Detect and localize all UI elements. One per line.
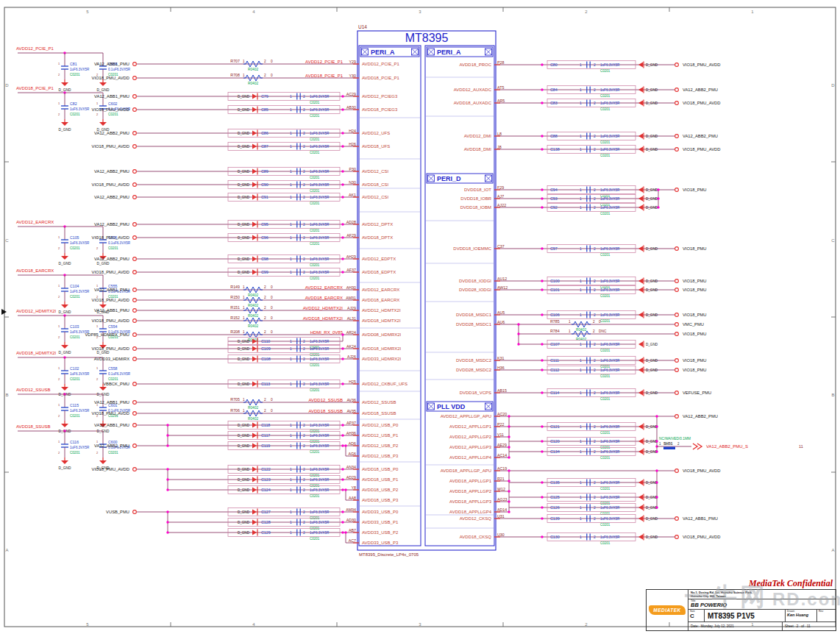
chip-pin-AW12[interactable]: AW12DVDD28_IODGI xyxy=(459,285,508,293)
component-row-C93[interactable]: C93121uF6.3VX5RC0201D_GND xyxy=(494,195,658,207)
component-row-C123[interactable]: D_GNDC123121uF6.3VX5RC0201 xyxy=(168,476,359,488)
component-row-C98[interactable]: VA12_ABB2_PMUD_GNDC98121uF6.3VX5RC0201 xyxy=(94,255,359,267)
chip-pin-Y30[interactable]: Y30AVDD18_PCIE_P1 xyxy=(349,74,400,81)
component-row-C90[interactable]: VIO18_PMU_AVDDD_GNDC90121uF6.3VX5RC0201 xyxy=(92,181,359,193)
chip-pin-AR5[interactable]: AR5AVDD18_AUXADC xyxy=(454,99,505,106)
chip-pin-AC20[interactable]: AC20AVDD12_APPLLGP_APU xyxy=(441,412,508,419)
chip-pin-Y29[interactable]: Y29AVDD12_PCIE_P1 xyxy=(349,60,400,67)
component-row-C99[interactable]: VIO18_PMU_AVDDD_GNDC99121uF6.3VX5RC0201 xyxy=(92,268,359,280)
chip-pin-AG6[interactable]: AG6AVDD12_USB_P3 xyxy=(348,452,399,459)
component-row-VIO18_PMU_AVDD[interactable]: VIO18_PMU_AVDD xyxy=(509,469,720,473)
component-row-C128[interactable]: D_GNDC128121uF6.3VX5RC0201 xyxy=(168,519,359,530)
component-row-C134[interactable]: C134121uF6.3VX5RC0201D_GND xyxy=(509,448,658,460)
chip-pin-U30[interactable]: U30AVDD18_CKSQ xyxy=(460,533,505,540)
chip-pin-AC14[interactable]: AC14AVDD12_APPLLGP4 xyxy=(449,453,507,460)
decap-group-AVDD12_PCIE_P1[interactable]: AVDD12_PCIE_P112D_GNDC811uF6.3VX5RC02011… xyxy=(16,46,131,92)
chip-pin-AC7[interactable]: AC7AVDD33_USB_P3 xyxy=(349,538,399,546)
chip-pin-H36[interactable]: H36DVDD28_MSDC2 xyxy=(456,366,505,373)
chip-pin-AJ22[interactable]: AJ22DVDD18_IOBM xyxy=(460,203,506,210)
chip-pin-AA8[interactable]: AA8AVDD18_USB_P3 xyxy=(349,496,399,503)
capacitor-C600[interactable]: 12D_GNDC6000.1uF6.3VX5RC0201 xyxy=(96,431,131,470)
component-row-C92[interactable]: C92121uF6.3VX5RC0201D_GND xyxy=(494,204,658,216)
capacitor-C82[interactable]: 12D_GNDC821uF6.3VX5RC0201 xyxy=(58,93,90,132)
chip-pin-H26[interactable]: H26AVDD18_UFS xyxy=(349,142,390,149)
component-row-C86[interactable]: VA12_ABB2_PMUD_GNDC86121uF6.3VX5RC0201 xyxy=(94,129,359,141)
chip-pin-AU12[interactable]: AU12DVDD18_IODGI xyxy=(459,277,507,284)
component-row-C118[interactable]: VA12_ABB1_PMUD_GNDC118121uF6.3VX5RC0201 xyxy=(94,421,359,433)
component-row-C135[interactable]: C135121uF6.3VX5RC0201D_GND xyxy=(509,479,658,491)
component-row-C124[interactable]: D_GNDC124121uF6.3VX5RC0201 xyxy=(168,486,359,498)
component-row-C120[interactable]: C120121uF6.3VX5RC0201D_GND xyxy=(509,438,658,449)
chip-pin-AL31[interactable]: AL31AVDD18_HDMTX2I xyxy=(347,316,401,324)
chip-pin-AF37[interactable]: AF37AVDD18_EDPTX xyxy=(346,268,396,275)
chip-pin-R21[interactable]: R21AVDD18_APPLLGP1 xyxy=(449,477,505,484)
chip-pin-P28[interactable]: P28AVDD18_PROC xyxy=(459,60,504,68)
component-row-C139[interactable]: C139121uF6.3VX5RC0201D_GNDVA12_ABB1_PMU xyxy=(494,515,718,527)
component-row-C127[interactable]: VUSB_PMUD_GNDC127121uF6.3VX5RC0201 xyxy=(106,508,359,520)
chip-pin-AH36[interactable]: AH36AVDD12_USB_P1 xyxy=(346,431,399,438)
component-row-R785[interactable]: R785120R0402VMC_PMU xyxy=(519,319,704,332)
component-row-R707[interactable]: VA12_ABB1_PMUR707120R0402AVDD12_PCIE_P1 xyxy=(94,59,359,72)
chip-pin-AD28[interactable]: AD28AVDD12_DPTX xyxy=(346,220,394,227)
jumper-SH51[interactable]: 1SH512NC/WAIVED/0.1MMVA12_ABB2_PMU_S11 xyxy=(657,437,803,449)
chip-pin-AE29[interactable]: AE29AVDD12_APPLLGP3 xyxy=(449,443,507,450)
chip-pin-AU5[interactable]: AU5DVDD18_MSDC1 xyxy=(456,310,505,318)
chip-mt8395[interactable]: U14MT8395MT8395_Discrete_LP4x_0705PERI_A… xyxy=(346,24,508,557)
chip-pin-AB30[interactable]: AB30AVDD18_PCIEG3 xyxy=(346,105,398,113)
component-row-C88[interactable]: C88121uF6.3VX5RC0201D_GNDVA12_ABB2_PMU xyxy=(494,132,718,144)
component-row-C94[interactable]: C94121uF6.3VX5RC0201D_GNDVIO18_PMU xyxy=(494,186,707,198)
component-row-C125[interactable]: C125121uF6.3VX5RC0201D_GND xyxy=(509,494,658,505)
chip-pin-AM31[interactable]: AM31AVDD18_EARCRX xyxy=(346,296,399,303)
chip-pin-AD29[interactable]: AD29AVDD18_USB_P1 xyxy=(346,475,399,482)
component-row-C97[interactable]: C97121uF6.3VX5RC0201D_GNDVIO18_PMU xyxy=(494,245,707,257)
chip-pin-AD6[interactable]: AD6AVDD12_USB_P2 xyxy=(349,441,399,449)
chip-pin-AR24[interactable]: AR24AVDD08_HDMRX2I xyxy=(346,330,402,338)
chip-pin-H24[interactable]: H24AVDD12_UFS xyxy=(349,129,390,136)
chip-pin-AD30[interactable]: AD30AVDD33_USB_P1 xyxy=(346,518,399,525)
chip-pin-AB7[interactable]: AB7AVDD33_USB_P2 xyxy=(349,528,399,535)
component-row-C122[interactable]: VIO18_PMU_AVDDD_GNDC122121uF6.3VX5RC0201 xyxy=(92,466,359,477)
component-row-C95[interactable]: VA12_ABB2_PMUD_GNDC95121uF6.3VX5RC0201 xyxy=(94,221,359,232)
chip-pin-AN34[interactable]: AN34AVDD18_USB_P0 xyxy=(346,465,399,472)
chip-pin-C37[interactable]: C37DVDD18_IOEMMC xyxy=(453,244,504,252)
component-row-C121[interactable]: C121121uF6.3VX5RC0201D_GND xyxy=(509,423,658,435)
capacitor-C116[interactable]: 12D_GNDC1161uF6.3VX5RC0201 xyxy=(58,431,90,470)
component-row-R784[interactable]: R78412DNCR0402VIO18_PMU xyxy=(519,329,707,342)
chip-pin-AU6[interactable]: AU6DVDD28_MSDC1 xyxy=(456,320,505,327)
component-row-C119[interactable]: VA12_ABB2_PMUD_GNDC119121uF6.3VX5RC0201 xyxy=(94,442,359,454)
component-row-R708[interactable]: VIO18_PMU_AVDDR708120R0402AVDD18_PCIE_P1 xyxy=(92,73,359,86)
component-row-C96[interactable]: VIO18_PMU_AVDDD_GNDC96121uF6.3VX5RC0201 xyxy=(92,234,359,246)
component-row-VA12_ABB2_PMU[interactable]: VA12_ABB2_PMU xyxy=(509,414,718,418)
component-row-C79[interactable]: VA12_ABB1_PMUD_GNDC79121uF6.3VX5RC0201 xyxy=(94,93,359,104)
component-row-C87[interactable]: VIO18_PMU_AVDDD_GNDC87121uF6.3VX5RC0201 xyxy=(92,143,359,154)
component-row-C113[interactable]: VBBCK_PMUD_GNDC113121uF6.3VX5RC0201 xyxy=(103,380,359,392)
component-row-C129[interactable]: D_GNDC129121uF6.3VX5RC0201 xyxy=(168,529,359,541)
component-row-C130[interactable]: C130121uF6.3VX5RC0201D_GNDVIO18_PMU_AVDD xyxy=(494,533,720,545)
capacitor-C558[interactable]: 12D_GNDC5580.1uF6.3VX5RC0201 xyxy=(96,357,131,396)
chip-pin-AC19[interactable]: AC19AVDD18_APPLLGP_APU xyxy=(441,466,508,474)
chip-pin-K31[interactable]: K31DVDD18_MSDC2 xyxy=(456,356,504,363)
chip-pin-AV35[interactable]: AV35AVDD18_SSUSB xyxy=(346,409,396,416)
capacitor-C115[interactable]: 12D_GNDC1151uF6.3VX5RC0201 xyxy=(58,394,90,433)
component-row-C111[interactable]: C111121uF6.3VX5RC0201D_GNDVIO18_PMU xyxy=(494,357,707,368)
component-row-R706[interactable]: VIO18_PMU_AVDDR706120R0402AVDD18_SSUSB xyxy=(92,408,359,421)
chip-pin-AJ29[interactable]: AJ29AVDD12_HDMTX2I xyxy=(347,306,401,313)
component-row-C114[interactable]: C114121uF6.3VX5RC0201D_GNDVEFUSE_PMU xyxy=(494,389,711,401)
component-row-C108[interactable]: AVDD33_HDMIRXD_GNDC108121uF6.3VX5RC0201 xyxy=(94,355,359,367)
capacitor-C81[interactable]: 12D_GNDC811uF6.3VX5RC0201 xyxy=(58,53,90,92)
chip-pin-P30[interactable]: P30AVDD12_CSI xyxy=(349,167,389,174)
capacitor-C102[interactable]: 12D_GNDC1021uF6.3VX5RC0201 xyxy=(58,357,90,396)
chip-pin-AP37[interactable]: AP37AVDD12_USB_P0 xyxy=(346,421,399,428)
component-row-C83[interactable]: C83121uF6.3VX5RC0201D_GNDVIO18_PMU_AVDD xyxy=(494,99,720,111)
chip-pin-F29[interactable]: F29DVDD18_IOT xyxy=(464,185,504,193)
chip-pin-AJ7[interactable]: AJ7DVDD18_IOBR xyxy=(460,194,504,202)
chip-pin-AH29[interactable]: AH29AVDD12_EDPTX xyxy=(346,254,396,262)
component-row-C100[interactable]: C100121uF6.3VX5RC0201D_GNDVIO18_PMU xyxy=(494,277,707,289)
chip-pin-AH30[interactable]: AH30AVDD12_EARCRX xyxy=(346,285,400,293)
chip-pin-AG23[interactable]: AG23AVDD18_APPLLGP3 xyxy=(449,497,508,505)
chip-pin-AV36[interactable]: AV36AVDD12_SSUSB xyxy=(346,398,396,405)
chip-pin-AT5[interactable]: AT5AVDD12_AUXADC xyxy=(454,85,505,93)
component-row-C117[interactable]: D_GNDC117121uF6.3VX5RC0201 xyxy=(168,432,359,444)
chip-pin-AJ26[interactable]: AJ26AVDD33_HDMRX2I xyxy=(347,355,402,362)
chip-pin-AK1[interactable]: AK1AVDD12_CSI xyxy=(349,193,389,200)
